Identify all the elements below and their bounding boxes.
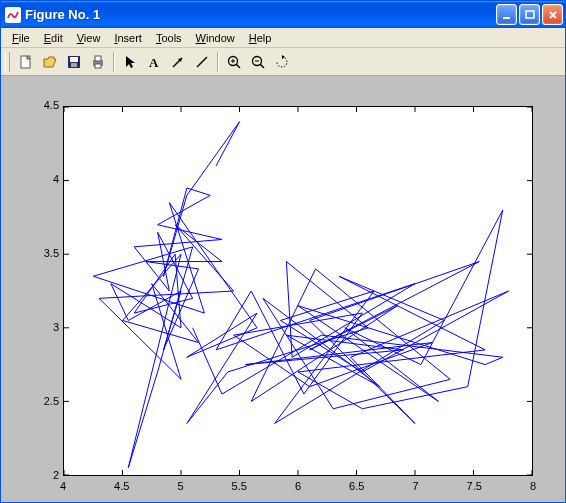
rotate-button[interactable] <box>270 51 293 73</box>
toolbar: A <box>1 48 565 76</box>
menu-help[interactable]: Help <box>242 30 279 46</box>
svg-rect-1 <box>503 17 510 19</box>
x-tick-label: 5 <box>171 480 191 492</box>
save-button[interactable] <box>62 51 85 73</box>
maximize-button[interactable] <box>519 4 540 25</box>
zoom-out-button[interactable] <box>246 51 269 73</box>
new-button[interactable] <box>14 51 37 73</box>
toolbar-separator <box>217 52 218 72</box>
print-button[interactable] <box>86 51 109 73</box>
x-tick-label: 7 <box>406 480 426 492</box>
menu-edit[interactable]: Edit <box>37 30 70 46</box>
toolbar-handle[interactable] <box>5 52 10 72</box>
figure-window: Figure No. 1 File Edit View Insert Tools… <box>0 0 566 503</box>
x-tick-label: 6 <box>288 480 308 492</box>
svg-rect-2 <box>526 11 534 18</box>
arrow-button[interactable] <box>166 51 189 73</box>
minimize-button[interactable] <box>496 4 517 25</box>
svg-rect-5 <box>70 57 78 62</box>
window-title: Figure No. 1 <box>25 7 496 22</box>
y-tick-label: 4 <box>33 173 59 185</box>
svg-rect-6 <box>71 63 77 67</box>
menu-insert[interactable]: Insert <box>107 30 149 46</box>
menu-file[interactable]: File <box>5 30 37 46</box>
menu-tools[interactable]: Tools <box>149 30 189 46</box>
close-button[interactable] <box>542 4 563 25</box>
open-button[interactable] <box>38 51 61 73</box>
axes[interactable] <box>63 106 533 476</box>
text-button[interactable]: A <box>142 51 165 73</box>
x-tick-label: 8 <box>523 480 543 492</box>
y-tick-label: 2 <box>33 469 59 481</box>
zoom-in-button[interactable] <box>222 51 245 73</box>
x-tick-label: 7.5 <box>464 480 484 492</box>
menu-view[interactable]: View <box>70 30 108 46</box>
svg-line-14 <box>236 64 240 68</box>
titlebar[interactable]: Figure No. 1 <box>1 1 565 28</box>
y-tick-label: 4.5 <box>33 99 59 111</box>
svg-rect-8 <box>95 56 101 61</box>
y-tick-label: 3 <box>33 321 59 333</box>
svg-text:A: A <box>149 55 159 70</box>
svg-line-18 <box>260 64 264 68</box>
menu-window[interactable]: Window <box>189 30 242 46</box>
line-button[interactable] <box>190 51 213 73</box>
x-tick-label: 4.5 <box>112 480 132 492</box>
y-tick-label: 3.5 <box>33 247 59 259</box>
window-controls <box>496 4 563 25</box>
svg-line-12 <box>197 57 207 67</box>
x-tick-label: 4 <box>53 480 73 492</box>
figure-area: 44.555.566.577.5822.533.544.5 <box>1 76 565 502</box>
menubar: File Edit View Insert Tools Window Help <box>1 28 565 48</box>
app-icon <box>5 7 21 23</box>
x-tick-label: 6.5 <box>347 480 367 492</box>
pointer-button[interactable] <box>118 51 141 73</box>
toolbar-separator <box>113 52 114 72</box>
y-tick-label: 2.5 <box>33 395 59 407</box>
svg-rect-9 <box>95 64 101 68</box>
x-tick-label: 5.5 <box>229 480 249 492</box>
